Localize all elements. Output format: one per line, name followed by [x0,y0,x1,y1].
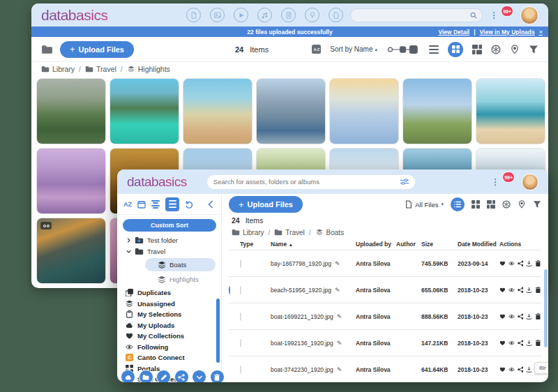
avatar[interactable] [522,174,538,190]
edit-name-icon[interactable]: ✎ [337,340,342,347]
asset-thumbnail[interactable] [36,218,106,284]
breadcrumb-travel[interactable]: Travel [274,229,304,236]
mosaic-view-icon[interactable] [472,45,482,54]
download-icon[interactable] [526,340,532,347]
sort-alpha-icon[interactable]: AZ [123,201,132,208]
approve-action-icon[interactable] [192,370,206,382]
asset-thumbnail[interactable] [36,78,106,144]
breadcrumb-library[interactable]: Library [41,65,75,73]
color-wheel-icon[interactable] [491,45,501,54]
col-uploaded-by[interactable]: Uploaded by [356,241,396,248]
breadcrumb-travel[interactable]: Travel [85,65,116,73]
sidebar-item-boats[interactable]: Boats [145,258,216,271]
row-checkbox[interactable] [229,286,230,294]
col-size[interactable]: Size [421,241,458,248]
custom-sort-icon[interactable] [165,197,179,211]
edit-action-icon[interactable] [156,370,171,382]
delete-icon[interactable] [535,313,541,320]
sidebar-item-travel[interactable]: Travel [117,246,221,257]
grid-view-icon[interactable] [448,42,463,57]
sidebar-item-canto-connect[interactable]: C Canto Connect [117,352,221,363]
edit-name-icon[interactable]: ✎ [335,260,340,267]
share-icon[interactable] [518,287,524,294]
idea-icon[interactable] [305,8,319,22]
sort-list-icon[interactable] [151,200,160,209]
advanced-search-icon[interactable] [400,179,409,185]
map-pin-icon[interactable] [510,45,520,54]
file-thumbnail[interactable] [240,312,241,321]
asset-thumbnail[interactable] [110,78,179,144]
search-input[interactable] [213,178,400,186]
asset-thumbnail[interactable] [329,78,399,144]
col-name[interactable]: Name ▲ [271,241,356,248]
file-thumbnail[interactable] [240,339,241,347]
list-view-icon[interactable] [429,45,439,54]
color-wheel-icon[interactable] [502,200,511,209]
collapse-sidebar-icon[interactable] [206,200,215,209]
breadcrumb-boats[interactable]: Boats [315,229,345,236]
close-icon[interactable]: × [539,29,543,36]
more-menu-icon[interactable]: ⋮ [490,10,498,20]
page-icon[interactable] [329,8,343,22]
calendar-icon[interactable] [137,200,146,209]
delete-icon[interactable] [535,340,541,347]
more-menu-icon[interactable]: ⋮ [491,177,499,187]
asset-thumbnail[interactable] [256,78,326,144]
content-scrollbar[interactable] [544,269,548,347]
table-row[interactable]: bay-1867798_1920.jpg✎ Antra Silova 745.5… [229,250,541,276]
image-icon[interactable] [210,8,225,22]
mosaic-view-icon[interactable] [487,200,495,209]
video-icon[interactable] [234,8,248,22]
file-type-filter-dropdown[interactable]: All Files ▾ [405,200,444,209]
upload-files-button[interactable]: + Upload Files [229,196,303,213]
notifications-badge[interactable]: 99+ [502,172,515,183]
delete-icon[interactable] [535,287,541,294]
download-icon[interactable] [526,287,532,294]
favorite-icon[interactable] [499,260,506,267]
notifications-badge[interactable]: 99+ [501,6,513,17]
sidebar-item-following[interactable]: Following [117,342,221,353]
edit-name-icon[interactable]: ✎ [337,313,342,320]
asset-thumbnail[interactable] [402,78,472,144]
share-action-icon[interactable] [174,370,189,382]
share-icon[interactable] [518,340,524,347]
sidebar-item-unassigned[interactable]: Unassigned [117,299,221,310]
share-icon[interactable] [518,313,524,320]
file-thumbnail[interactable] [240,259,241,268]
favorite-icon[interactable] [499,287,506,294]
download-icon[interactable] [526,313,532,320]
custom-sort-button[interactable]: Custom Sort [123,219,216,232]
table-row[interactable]: boat-1992136_1920.jpg✎ Antra Silova 147.… [229,329,541,356]
preview-icon[interactable] [508,260,515,267]
avatar[interactable] [520,6,538,24]
grid-view-icon[interactable] [472,200,480,209]
sidebar-item-my-selections[interactable]: My Selections [117,309,221,320]
download-icon[interactable] [526,366,532,373]
edit-name-icon[interactable]: ✎ [337,366,342,373]
sort-by-name-dropdown[interactable]: Sort by Name ▴ [330,45,377,53]
document-icon[interactable] [281,8,296,22]
share-icon[interactable] [518,366,524,373]
sidebar-item-my-collections[interactable]: My Collections [117,331,221,342]
favorite-icon[interactable] [499,340,506,347]
edit-name-icon[interactable]: ✎ [335,287,340,294]
favorite-icon[interactable] [499,313,506,320]
map-pin-icon[interactable] [518,200,526,209]
col-author[interactable]: Author [396,241,421,248]
col-type[interactable]: Type [240,241,271,248]
folder-action-icon[interactable] [139,370,153,382]
cloud-action-icon[interactable] [121,370,135,382]
upload-files-button[interactable]: + Upload Files [60,41,134,58]
breadcrumb-highlights[interactable]: Highlights [127,65,170,73]
asset-thumbnail[interactable] [36,148,106,214]
file-thumbnail[interactable] [240,365,241,374]
view-detail-link[interactable]: View Detail [438,29,469,36]
breadcrumb-library[interactable]: Library [232,229,264,236]
preview-icon[interactable] [508,313,515,320]
undo-icon[interactable] [185,200,193,209]
asset-thumbnail[interactable] [183,78,252,144]
preview-icon[interactable] [508,340,515,347]
share-icon[interactable] [518,260,524,267]
global-search-input[interactable] [350,8,483,22]
audio-icon[interactable] [257,8,272,22]
